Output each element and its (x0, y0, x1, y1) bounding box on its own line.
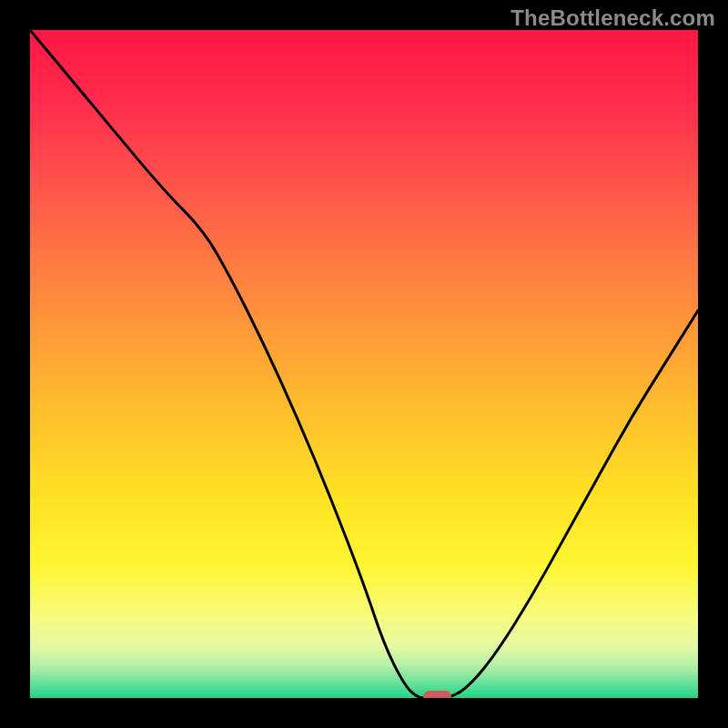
watermark-text: TheBottleneck.com (511, 5, 715, 31)
curve-layer (30, 30, 698, 698)
bottleneck-curve (30, 30, 698, 698)
optimum-marker (424, 692, 451, 699)
plot-area (30, 30, 698, 698)
chart-frame: TheBottleneck.com (0, 0, 728, 728)
